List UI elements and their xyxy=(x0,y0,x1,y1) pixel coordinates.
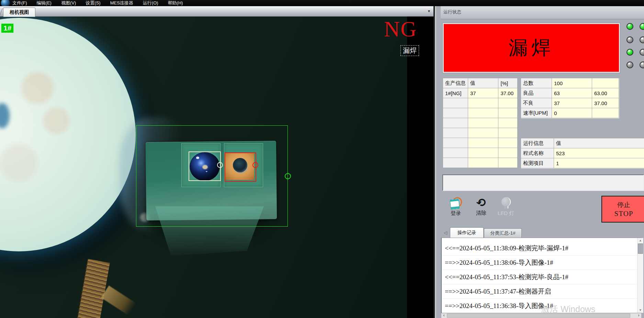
tab-scroll-left-icon[interactable]: ◁ xyxy=(444,230,447,235)
led-light-button[interactable]: LED 灯 xyxy=(496,197,516,218)
table-cell: 37 xyxy=(468,88,498,98)
table-cell: 63.00 xyxy=(592,88,619,98)
login-button[interactable]: 登录 xyxy=(445,197,466,218)
panel-splitter[interactable] xyxy=(433,6,441,318)
table-row: 速率[UPM] 0 xyxy=(521,108,619,118)
table-cell: 0 xyxy=(552,108,592,118)
table-row xyxy=(443,128,518,138)
table-cell: 1 xyxy=(554,158,644,168)
operation-log-list: <<==2024-05-05_11:38:09-检测完毕-漏焊-1# ==>>2… xyxy=(441,238,642,313)
table-row xyxy=(443,138,518,148)
log-entry: ==>>2024-05-05_11:36:38-导入图像-1# xyxy=(442,299,641,313)
component-edge-strip xyxy=(76,259,110,318)
app-logo-icon xyxy=(1,0,10,6)
scroll-up-icon[interactable]: ▲ xyxy=(637,238,643,243)
wafer-disc-photo xyxy=(0,18,136,251)
table-header-row: 运行信息 值 xyxy=(521,138,644,148)
table-row: 良品 63 63.00 xyxy=(521,88,619,98)
table-cell: 程式名称 xyxy=(521,148,554,158)
log-entry: ==>>2024-05-05_11:38:06-导入图像-1# xyxy=(442,255,641,270)
log-horizontal-scrollbar[interactable]: ‹ › xyxy=(441,313,641,318)
table-row: 不良 37 37.00 xyxy=(521,98,619,108)
table-cell: 不良 xyxy=(521,98,552,108)
camera-image: 1# xyxy=(0,16,407,318)
stop-button[interactable]: 停止 STOP xyxy=(601,196,644,223)
led-indicator xyxy=(640,61,644,68)
scrollbar-thumb[interactable] xyxy=(447,314,630,318)
led-button-label: LED 灯 xyxy=(498,210,514,217)
table-header-cell: 生产信息 xyxy=(443,78,468,88)
log-entry: <<==2024-05-05_11:37:53-检测完毕-良品-1# xyxy=(442,270,641,284)
roi-rectangle xyxy=(136,125,288,227)
table-cell: 1#[NG] xyxy=(443,88,468,98)
led-indicator xyxy=(626,36,633,43)
result-overlay-text: NG xyxy=(384,16,417,42)
menu-file[interactable]: 文件(F) xyxy=(12,0,27,6)
tab-camera-view[interactable]: 相机视图 xyxy=(3,8,35,17)
table-cell: 63 xyxy=(552,88,592,98)
scroll-left-icon[interactable]: ‹ xyxy=(441,313,447,318)
led-indicator xyxy=(640,49,644,56)
table-header-cell: 值 xyxy=(468,78,498,88)
camera-tab-strip: 相机视图 ▼ xyxy=(0,6,433,16)
table-row: 检测项目 1 xyxy=(521,158,644,168)
component-edge-sliver xyxy=(101,286,136,316)
menu-mes-connector[interactable]: MES连接器 xyxy=(110,0,133,6)
table-row: 1#[NG] 37 37.00 xyxy=(443,88,518,98)
summary-table: 总数 100 良品 63 63.00 不良 37 37.00 速率[UPM] 0 xyxy=(521,78,619,121)
menu-settings[interactable]: 设置(S) xyxy=(86,0,100,6)
status-text: 漏焊 xyxy=(509,35,554,61)
clear-refresh-icon: ⟲ xyxy=(475,196,487,209)
table-cell: 37 xyxy=(552,98,592,108)
panel-title-bar: 运行状态 xyxy=(441,6,644,19)
table-cell: 检测项目 xyxy=(521,158,554,168)
run-status-panel: 运行状态 漏焊 生产信息 值 [%] 1#[NG] 37 37.00 xyxy=(441,6,644,318)
log-entry: ==>>2024-05-05_11:37:47-检测器开启 xyxy=(442,284,641,299)
tab-category-summary[interactable]: 分类汇总-1# xyxy=(484,228,522,238)
chevron-down-icon[interactable]: ▼ xyxy=(427,9,431,13)
tab-operation-log[interactable]: 操作记录 xyxy=(450,227,484,238)
status-display: 漏焊 xyxy=(443,23,620,73)
message-box xyxy=(442,174,644,191)
log-vertical-scrollbar[interactable]: ▲ ▼ xyxy=(637,238,643,313)
menu-run[interactable]: 运行(O) xyxy=(143,0,158,6)
stop-button-label-en: STOP xyxy=(614,209,633,218)
led-indicator xyxy=(640,23,644,30)
camera-id-badge: 1# xyxy=(1,23,14,33)
menu-help[interactable]: 帮助(H) xyxy=(168,0,183,6)
table-row xyxy=(443,158,518,168)
stop-button-label-cn: 停止 xyxy=(617,201,630,209)
table-cell xyxy=(592,108,619,118)
clear-button-label: 清除 xyxy=(476,210,486,216)
production-table: 生产信息 值 [%] 1#[NG] 37 37.00 xyxy=(443,78,518,168)
run-info-table: 运行信息 值 程式名称 523 检测项目 1 xyxy=(521,138,644,170)
table-cell: 100 xyxy=(552,78,592,88)
led-indicator xyxy=(640,36,644,43)
table-row xyxy=(443,98,518,108)
table-header-cell: [%] xyxy=(498,78,518,88)
roi-anchor xyxy=(285,173,291,179)
light-bulb-icon xyxy=(501,197,510,209)
table-header-cell: 值 xyxy=(554,138,644,148)
table-cell: 523 xyxy=(554,148,644,158)
led-indicator xyxy=(626,61,633,68)
table-row: 总数 100 xyxy=(521,78,619,88)
tab-strip-decoration xyxy=(0,9,2,17)
table-row xyxy=(443,118,518,128)
table-row: 程式名称 523 xyxy=(521,148,644,158)
table-row xyxy=(443,148,518,158)
login-badge-icon xyxy=(450,197,462,209)
scroll-down-icon[interactable]: ▼ xyxy=(637,308,643,313)
table-header-row: 生产信息 值 [%] xyxy=(443,78,518,88)
table-header-cell: 运行信息 xyxy=(521,138,554,148)
table-row xyxy=(443,108,518,118)
menu-view[interactable]: 视图(V) xyxy=(61,0,76,6)
table-cell xyxy=(592,78,619,88)
scrollbar-thumb[interactable] xyxy=(638,243,643,254)
menu-edit[interactable]: 编辑(E) xyxy=(37,0,52,6)
table-cell: 总数 xyxy=(521,78,552,88)
clear-button[interactable]: ⟲ 清除 xyxy=(471,197,492,218)
panel-title: 运行状态 xyxy=(443,9,461,15)
scroll-right-icon[interactable]: › xyxy=(636,313,641,318)
table-cell: 良品 xyxy=(521,88,552,98)
